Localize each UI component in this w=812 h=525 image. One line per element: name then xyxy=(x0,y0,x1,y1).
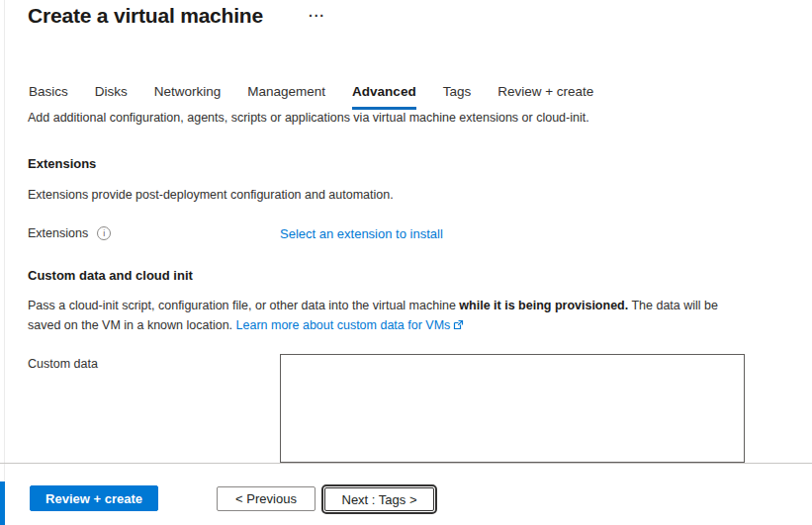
tab-intro-text: Add additional configuration, agents, sc… xyxy=(28,111,589,125)
extensions-section-description: Extensions provide post-deployment confi… xyxy=(28,188,394,202)
edge-accent-strip xyxy=(0,481,5,525)
select-extension-link[interactable]: Select an extension to install xyxy=(280,226,443,241)
panel-edge-line xyxy=(4,0,5,525)
extensions-section-heading: Extensions xyxy=(28,156,96,171)
custom-data-section-heading: Custom data and cloud init xyxy=(28,268,193,283)
custom-data-description: Pass a cloud-init script, configuration … xyxy=(28,296,737,335)
wizard-tabs: Basics Disks Networking Management Advan… xyxy=(29,84,593,110)
tab-disks[interactable]: Disks xyxy=(95,84,128,110)
previous-button[interactable]: < Previous xyxy=(217,486,316,511)
extensions-field-label: Extensions xyxy=(28,226,88,240)
tab-networking[interactable]: Networking xyxy=(154,84,222,110)
custom-data-field-label: Custom data xyxy=(28,357,98,371)
next-tags-button[interactable]: Next : Tags > xyxy=(324,487,434,511)
info-icon[interactable]: i xyxy=(97,226,111,240)
custom-data-textarea[interactable] xyxy=(280,354,745,463)
tab-basics[interactable]: Basics xyxy=(29,84,68,110)
custom-data-desc-part1: Pass a cloud-init script, configuration … xyxy=(28,299,459,312)
learn-more-link[interactable]: Learn more about custom data for VMs xyxy=(236,318,451,332)
tab-tags[interactable]: Tags xyxy=(443,84,472,110)
custom-data-desc-bold: while it is being provisioned. xyxy=(459,299,628,312)
create-vm-page: Create a virtual machine ··· Basics Disk… xyxy=(0,0,812,525)
tab-advanced[interactable]: Advanced xyxy=(352,84,416,110)
tab-management[interactable]: Management xyxy=(247,84,325,110)
tab-review-create[interactable]: Review + create xyxy=(497,84,593,110)
review-create-button[interactable]: Review + create xyxy=(30,485,158,511)
footer-divider xyxy=(0,463,812,464)
more-options-icon[interactable]: ··· xyxy=(309,7,325,25)
page-title: Create a virtual machine xyxy=(28,4,263,28)
external-link-icon xyxy=(453,319,464,330)
extensions-field-row: Extensions i xyxy=(28,226,111,240)
